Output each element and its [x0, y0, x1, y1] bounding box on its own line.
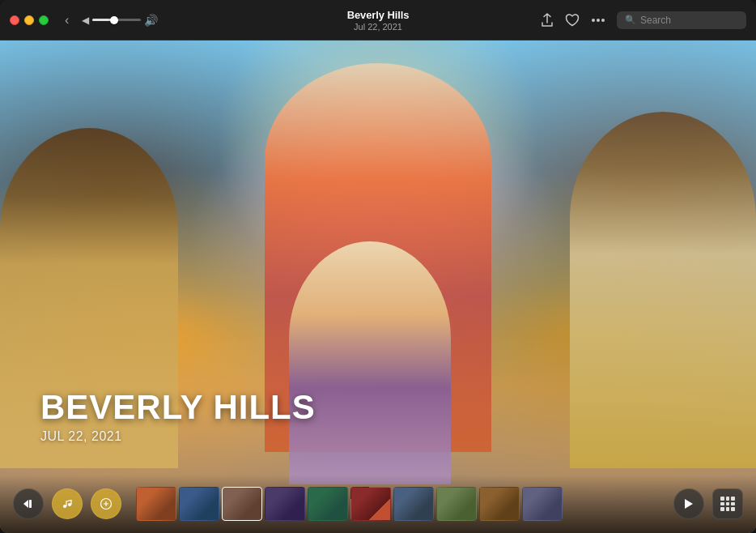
filmstrip-thumb-1[interactable] — [136, 487, 176, 521]
volume-thumb — [110, 16, 118, 24]
back-button[interactable]: ‹ — [62, 11, 72, 29]
volume-control: ◀ 🔊 — [82, 14, 158, 27]
more-button[interactable] — [591, 18, 605, 23]
svg-marker-8 — [685, 499, 693, 509]
volume-fill — [92, 19, 114, 21]
svg-marker-3 — [23, 500, 28, 508]
filmstrip-thumb-6[interactable] — [350, 487, 391, 521]
maximize-button[interactable] — [39, 15, 49, 25]
filter-button[interactable] — [91, 488, 121, 519]
play-button[interactable] — [673, 488, 704, 519]
filmstrip-thumb-5[interactable] — [308, 487, 348, 521]
music-button[interactable] — [52, 488, 83, 519]
filmstrip — [136, 487, 659, 521]
nav-controls: ‹ ◀ 🔊 — [62, 11, 158, 29]
filmstrip-thumb-10[interactable] — [522, 487, 563, 521]
content-area: BEVERLY HILLS JUL 22, 2021 — [0, 41, 756, 533]
svg-rect-4 — [29, 500, 32, 508]
close-button[interactable] — [10, 15, 19, 25]
app-window: ‹ ◀ 🔊 Beverly Hills Jul 22, 2021 — [0, 0, 756, 533]
filmstrip-thumb-8[interactable] — [436, 487, 477, 521]
bottom-bar — [0, 475, 756, 533]
svg-point-2 — [601, 19, 605, 22]
titlebar: ‹ ◀ 🔊 Beverly Hills Jul 22, 2021 — [0, 0, 756, 41]
traffic-lights — [10, 15, 49, 25]
titlebar-right: 🔍 Search — [541, 11, 746, 29]
right-controls — [673, 488, 743, 519]
filmstrip-thumb-3[interactable] — [222, 487, 262, 521]
svg-point-0 — [592, 19, 595, 22]
grid-view-button[interactable] — [712, 488, 743, 519]
filmstrip-thumb-4[interactable] — [265, 487, 305, 521]
person-front — [289, 241, 451, 484]
filmstrip-thumb-2[interactable] — [179, 487, 219, 521]
person-right — [570, 112, 756, 468]
rewind-button[interactable] — [13, 488, 44, 519]
search-icon: 🔍 — [625, 15, 636, 25]
search-placeholder: Search — [640, 15, 671, 26]
share-button[interactable] — [541, 13, 554, 28]
search-bar[interactable]: 🔍 Search — [617, 11, 746, 29]
overlay-date: JUL 22, 2021 — [40, 429, 316, 444]
grid-icon — [720, 497, 735, 511]
svg-point-1 — [597, 19, 600, 22]
titlebar-center: Beverly Hills Jul 22, 2021 — [347, 9, 410, 32]
titlebar-subtitle: Jul 22, 2021 — [347, 22, 410, 32]
favorite-button[interactable] — [565, 14, 580, 27]
volume-high-icon: 🔊 — [144, 14, 158, 27]
title-overlay: BEVERLY HILLS JUL 22, 2021 — [40, 390, 316, 444]
volume-icon: ◀ — [82, 15, 89, 26]
minimize-button[interactable] — [24, 15, 34, 25]
titlebar-title: Beverly Hills — [347, 9, 410, 21]
overlay-title: BEVERLY HILLS — [40, 390, 316, 424]
filmstrip-thumb-9[interactable] — [479, 487, 520, 521]
filmstrip-thumb-7[interactable] — [393, 487, 434, 521]
volume-slider[interactable] — [92, 19, 141, 21]
